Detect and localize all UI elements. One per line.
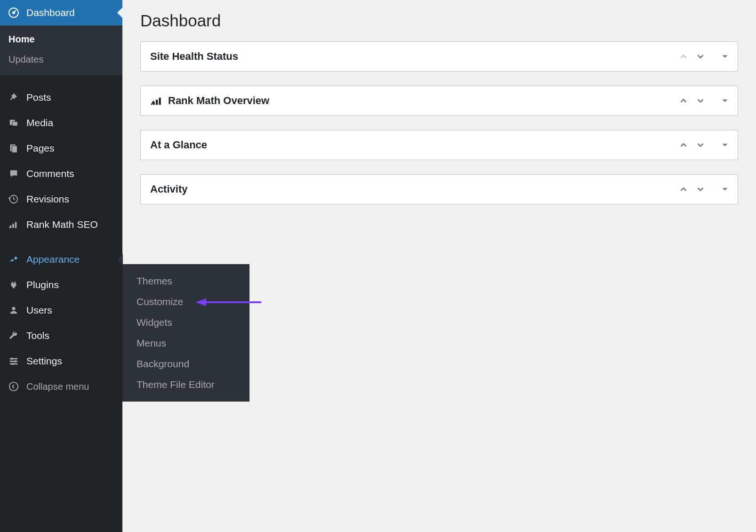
sidebar-item-dashboard[interactable]: Dashboard bbox=[0, 0, 122, 25]
move-up-icon[interactable] bbox=[679, 97, 688, 105]
flyout-widgets[interactable]: Widgets bbox=[122, 312, 249, 333]
widget-title-text: Rank Math Overview bbox=[168, 95, 269, 107]
collapse-menu[interactable]: Collapse menu bbox=[0, 374, 122, 399]
widget-controls bbox=[679, 185, 728, 193]
move-down-icon[interactable] bbox=[696, 97, 705, 105]
svg-rect-23 bbox=[159, 98, 161, 105]
flyout-background[interactable]: Background bbox=[122, 354, 249, 374]
comments-icon bbox=[8, 168, 20, 180]
dashboard-icon bbox=[8, 7, 20, 19]
sidebar-item-media[interactable]: Media bbox=[0, 110, 122, 136]
svg-rect-22 bbox=[156, 100, 158, 105]
flyout-editor[interactable]: Theme File Editor bbox=[122, 374, 249, 395]
widget-controls bbox=[679, 141, 728, 149]
admin-sidebar: Dashboard Home Updates Posts Media Pages… bbox=[0, 0, 122, 532]
users-icon bbox=[8, 304, 20, 316]
submenu-updates[interactable]: Updates bbox=[0, 49, 122, 70]
pages-icon bbox=[8, 142, 20, 154]
sidebar-item-pages[interactable]: Pages bbox=[0, 136, 122, 161]
toggle-icon[interactable] bbox=[722, 97, 728, 104]
sidebar-label: Posts bbox=[26, 92, 51, 103]
rankmath-icon bbox=[150, 96, 162, 106]
sidebar-label: Pages bbox=[26, 143, 55, 154]
collapse-icon bbox=[8, 380, 20, 393]
move-up-icon[interactable] bbox=[679, 52, 688, 61]
move-up-icon[interactable] bbox=[679, 141, 688, 149]
toggle-icon[interactable] bbox=[722, 186, 728, 193]
arrow-annotation bbox=[193, 298, 264, 309]
svg-rect-16 bbox=[15, 360, 16, 363]
widget-at-a-glance: At a Glance bbox=[140, 130, 738, 160]
sidebar-item-tools[interactable]: Tools bbox=[0, 323, 122, 348]
rankmath-icon bbox=[8, 218, 20, 231]
widget-rankmath-overview: Rank Math Overview bbox=[140, 86, 738, 116]
svg-rect-15 bbox=[11, 358, 13, 360]
collapse-label: Collapse menu bbox=[26, 381, 89, 392]
move-down-icon[interactable] bbox=[696, 52, 705, 61]
svg-rect-10 bbox=[15, 222, 17, 228]
toggle-icon[interactable] bbox=[722, 53, 728, 60]
svg-point-18 bbox=[9, 382, 18, 391]
svg-rect-4 bbox=[12, 121, 17, 126]
widget-title: Activity bbox=[150, 183, 187, 195]
svg-marker-20 bbox=[195, 298, 206, 306]
move-down-icon[interactable] bbox=[696, 185, 705, 193]
sidebar-item-revisions[interactable]: Revisions bbox=[0, 186, 122, 212]
flyout-menus[interactable]: Menus bbox=[122, 333, 249, 354]
submenu-home[interactable]: Home bbox=[0, 29, 122, 49]
appearance-flyout: Themes Customize Widgets Menus Backgroun… bbox=[122, 264, 249, 402]
sidebar-item-settings[interactable]: Settings bbox=[0, 348, 122, 374]
sidebar-item-posts[interactable]: Posts bbox=[0, 85, 122, 110]
widget-activity: Activity bbox=[140, 174, 738, 204]
sidebar-label: Plugins bbox=[26, 279, 59, 290]
sidebar-item-plugins[interactable]: Plugins bbox=[0, 272, 122, 298]
widget-controls bbox=[679, 97, 728, 105]
widget-title: At a Glance bbox=[150, 139, 207, 151]
sidebar-label: Appearance bbox=[26, 254, 80, 265]
sidebar-label: Tools bbox=[26, 330, 49, 341]
sidebar-label: Users bbox=[26, 305, 52, 316]
widget-site-health: Site Health Status bbox=[140, 41, 738, 72]
sidebar-item-appearance[interactable]: Appearance bbox=[0, 247, 122, 272]
dashboard-submenu: Home Updates bbox=[0, 25, 122, 75]
svg-rect-13 bbox=[10, 361, 18, 362]
appearance-icon bbox=[8, 253, 20, 266]
svg-rect-9 bbox=[12, 224, 14, 228]
sidebar-label: Comments bbox=[26, 168, 74, 179]
sidebar-label: Settings bbox=[26, 355, 62, 367]
flyout-themes[interactable]: Themes bbox=[122, 271, 249, 291]
sidebar-item-users[interactable]: Users bbox=[0, 298, 122, 323]
plugins-icon bbox=[8, 279, 20, 291]
main-content: Dashboard Site Health Status Rank Math O… bbox=[122, 0, 756, 230]
move-up-icon[interactable] bbox=[679, 185, 688, 193]
sidebar-label: Revisions bbox=[26, 193, 69, 205]
svg-rect-12 bbox=[10, 358, 18, 360]
svg-point-11 bbox=[12, 307, 15, 310]
sidebar-label: Media bbox=[26, 117, 53, 129]
sidebar-label: Dashboard bbox=[26, 7, 75, 18]
svg-rect-17 bbox=[12, 363, 14, 365]
sidebar-item-comments[interactable]: Comments bbox=[0, 161, 122, 186]
widget-title: Site Health Status bbox=[150, 50, 238, 63]
tools-icon bbox=[8, 330, 20, 342]
widget-controls bbox=[679, 52, 728, 61]
svg-rect-6 bbox=[12, 146, 17, 153]
sidebar-item-rankmath[interactable]: Rank Math SEO bbox=[0, 212, 122, 237]
page-title: Dashboard bbox=[140, 11, 738, 30]
pushpin-icon bbox=[8, 91, 20, 104]
settings-icon bbox=[8, 355, 20, 367]
toggle-icon[interactable] bbox=[722, 142, 728, 148]
revisions-icon bbox=[8, 193, 20, 205]
widget-title: Rank Math Overview bbox=[150, 95, 269, 107]
move-down-icon[interactable] bbox=[696, 141, 705, 149]
media-icon bbox=[8, 117, 20, 129]
sidebar-label: Rank Math SEO bbox=[26, 219, 98, 230]
